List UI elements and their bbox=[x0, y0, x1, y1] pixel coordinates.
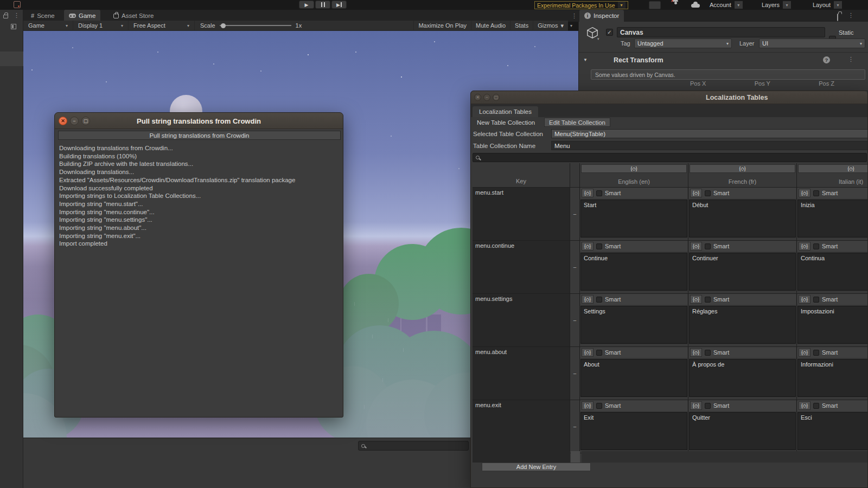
metadata-icon[interactable]: {◇} bbox=[799, 189, 810, 197]
smart-checkbox[interactable] bbox=[596, 243, 602, 249]
language-column-header[interactable]: {◇} English (en) bbox=[580, 163, 688, 187]
metadata-icon[interactable]: {◇} bbox=[799, 242, 810, 251]
metadata-icon[interactable]: {◇} bbox=[799, 295, 810, 304]
aspect-dropdown[interactable]: Free Aspect ▾ bbox=[129, 21, 195, 31]
selected-table-field[interactable]: Menu(StringTable) bbox=[551, 129, 868, 138]
add-new-entry-button[interactable]: Add New Entry bbox=[482, 463, 591, 471]
remove-entry-button[interactable]: − bbox=[570, 347, 580, 400]
smart-checkbox[interactable] bbox=[813, 350, 819, 356]
smart-checkbox[interactable] bbox=[705, 350, 711, 356]
minimize-icon[interactable]: − bbox=[70, 117, 79, 125]
metadata-icon[interactable]: {◇} bbox=[582, 295, 593, 304]
key-cell[interactable]: menu.about bbox=[473, 347, 570, 400]
preview-packages-button[interactable] bbox=[649, 1, 661, 9]
step-button[interactable]: ▶ bbox=[331, 1, 347, 9]
key-cell[interactable]: menu.exit bbox=[473, 400, 570, 453]
kebab-menu-icon[interactable]: ⋮ bbox=[571, 13, 577, 18]
maximize-icon[interactable]: ▢ bbox=[493, 94, 500, 101]
remove-entry-button[interactable]: − bbox=[570, 294, 580, 346]
minimize-icon[interactable]: − bbox=[483, 94, 490, 101]
metadata-icon[interactable]: {◇} bbox=[582, 348, 593, 357]
translation-input[interactable]: About bbox=[580, 359, 687, 397]
kebab-menu-icon[interactable]: ⋮ bbox=[14, 12, 20, 18]
metadata-icon[interactable]: {◇} bbox=[690, 295, 702, 304]
translation-input[interactable]: Continua bbox=[797, 253, 868, 291]
tag-dropdown[interactable]: Untagged ▾ bbox=[634, 38, 732, 48]
lock-icon[interactable] bbox=[3, 15, 8, 18]
cloud-button[interactable] bbox=[691, 0, 700, 8]
translation-input[interactable]: Informazioni bbox=[797, 359, 868, 397]
metadata-icon[interactable]: {◇} bbox=[582, 189, 593, 197]
tab-inspector[interactable]: i Inspector bbox=[579, 10, 624, 22]
lock-icon[interactable] bbox=[837, 14, 838, 21]
tab-localization-tables[interactable]: Localization Tables bbox=[473, 106, 538, 117]
language-column-header[interactable]: {◇} French (fr) bbox=[688, 163, 797, 187]
translation-input[interactable]: Réglages bbox=[689, 306, 796, 344]
collection-name-input[interactable]: Menu bbox=[551, 141, 868, 150]
metadata-icon[interactable]: {◇} bbox=[799, 348, 810, 357]
close-icon[interactable]: ✕ bbox=[474, 94, 481, 101]
smart-checkbox[interactable] bbox=[705, 243, 711, 249]
play-button[interactable]: ▶ bbox=[299, 1, 314, 9]
smart-checkbox[interactable] bbox=[813, 403, 819, 409]
layer-dropdown[interactable]: UI ▾ bbox=[759, 38, 865, 48]
dialog-titlebar[interactable]: ✕ − ▢ bbox=[55, 113, 343, 129]
translation-input[interactable]: Quitter bbox=[689, 412, 796, 450]
smart-checkbox[interactable] bbox=[596, 350, 602, 356]
translation-input[interactable]: Continue bbox=[580, 253, 687, 291]
maximize-icon[interactable]: ▢ bbox=[81, 117, 90, 125]
table-search-input[interactable] bbox=[473, 153, 867, 162]
help-icon[interactable]: ? bbox=[823, 56, 830, 63]
tab-new-table-collection[interactable]: New Table Collection bbox=[473, 118, 539, 127]
metadata-icon[interactable]: {◇} bbox=[690, 164, 795, 173]
key-cell[interactable]: menu.continue bbox=[473, 241, 570, 293]
display-mode-dropdown[interactable]: Game ▾ bbox=[23, 21, 73, 31]
remove-entry-button[interactable]: − bbox=[570, 241, 580, 293]
chevron-down-icon[interactable]: ▾ bbox=[597, 37, 599, 41]
translation-input[interactable]: Inizia bbox=[797, 200, 868, 237]
strip-selection[interactable] bbox=[0, 52, 23, 66]
remove-entry-button[interactable]: − bbox=[570, 188, 580, 240]
object-name-field[interactable]: Canvas bbox=[617, 27, 825, 37]
gizmos-dropdown[interactable]: Gizmos ▾ bbox=[533, 21, 568, 31]
layers-dropdown[interactable]: Layers ▾ bbox=[762, 1, 791, 9]
metadata-icon[interactable]: {◇} bbox=[582, 401, 593, 410]
smart-checkbox[interactable] bbox=[705, 297, 711, 303]
translation-input[interactable]: Start bbox=[580, 200, 687, 237]
language-column-header[interactable]: {◇} Italian (it) bbox=[797, 163, 868, 187]
tab-edit-table-collection[interactable]: Edit Table Collection bbox=[544, 118, 610, 127]
metadata-icon[interactable]: {◇} bbox=[690, 348, 702, 357]
key-cell[interactable]: menu.settings bbox=[473, 294, 570, 346]
scale-slider-knob[interactable] bbox=[221, 23, 226, 28]
active-checkbox[interactable]: ✓ bbox=[606, 29, 613, 36]
panel-icon[interactable] bbox=[11, 24, 16, 29]
smart-checkbox[interactable] bbox=[596, 403, 602, 409]
smart-checkbox[interactable] bbox=[705, 403, 711, 409]
translation-input[interactable]: Settings bbox=[580, 306, 687, 344]
display-dropdown[interactable]: Display 1 ▾ bbox=[73, 21, 129, 31]
maximize-on-play-toggle[interactable]: Maximize On Play bbox=[413, 21, 471, 31]
chevron-down-icon[interactable]: ▾ bbox=[570, 23, 572, 28]
translation-input[interactable]: À propos de bbox=[689, 359, 796, 397]
metadata-icon[interactable]: {◇} bbox=[799, 401, 810, 410]
kebab-menu-icon[interactable]: ⋮ bbox=[848, 12, 854, 18]
close-icon[interactable]: ✕ bbox=[59, 117, 67, 125]
smart-checkbox[interactable] bbox=[813, 243, 819, 249]
pull-translations-button[interactable]: Pull string translations from Crowdin bbox=[58, 131, 341, 140]
metadata-icon[interactable]: {◇} bbox=[690, 242, 702, 251]
chevron-down-icon[interactable]: ▾ bbox=[618, 2, 626, 9]
table-scrollbar[interactable] bbox=[571, 451, 580, 463]
metadata-icon[interactable]: {◇} bbox=[690, 189, 702, 197]
translation-input[interactable]: Esci bbox=[797, 412, 868, 450]
layout-dropdown[interactable]: Layout ▾ bbox=[813, 1, 842, 9]
key-column-header[interactable]: Key bbox=[473, 163, 570, 187]
metadata-icon[interactable]: {◇} bbox=[690, 401, 702, 410]
pause-button[interactable] bbox=[315, 1, 330, 9]
smart-checkbox[interactable] bbox=[596, 297, 602, 303]
account-dropdown[interactable]: Account ▾ bbox=[710, 1, 743, 9]
smart-checkbox[interactable] bbox=[596, 190, 602, 196]
project-search-input[interactable] bbox=[358, 441, 469, 451]
key-cell[interactable]: menu.start bbox=[473, 188, 570, 240]
translation-input[interactable]: Continuer bbox=[689, 253, 796, 291]
mute-audio-toggle[interactable]: Mute Audio bbox=[471, 21, 510, 31]
